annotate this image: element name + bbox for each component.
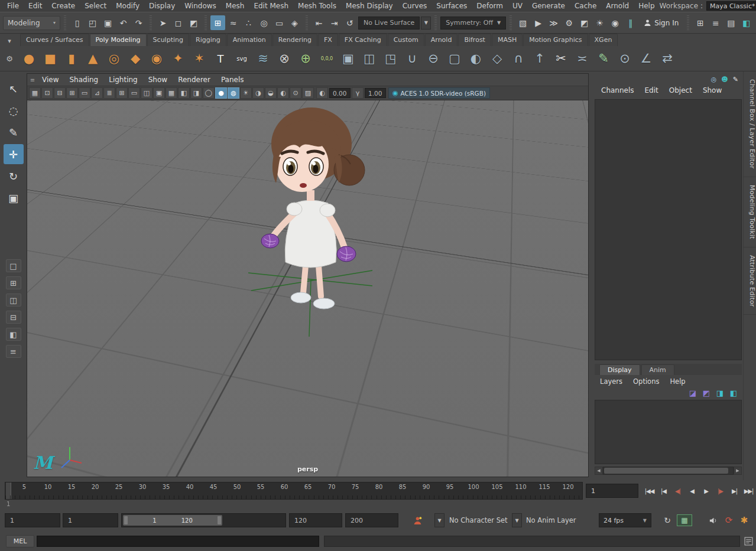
shelf-tab[interactable]: FX Caching: [339, 34, 387, 46]
new-layer-from-selected-icon[interactable]: ◨: [715, 388, 725, 397]
snap-to-curves-icon[interactable]: ≈: [226, 15, 241, 30]
rotate-tool[interactable]: ↻: [4, 166, 24, 186]
go-to-start-button[interactable]: |◀◀: [643, 483, 656, 498]
extract-icon[interactable]: ◳: [381, 48, 401, 69]
scale-tool[interactable]: ▣: [4, 188, 24, 208]
lights-icon[interactable]: ☀: [240, 87, 252, 99]
live-surface-dropdown[interactable]: ▼: [421, 17, 431, 30]
menu-item[interactable]: Mesh Tools: [293, 0, 341, 12]
bevel-icon[interactable]: ◇: [487, 48, 507, 69]
move-to-origin-icon[interactable]: 0,0,0: [317, 48, 337, 69]
menu-item[interactable]: Arnold: [601, 0, 634, 12]
new-scene-icon[interactable]: ▯: [70, 15, 85, 30]
menu-item[interactable]: Mesh: [221, 0, 249, 12]
extrude-icon[interactable]: ↑: [530, 48, 550, 69]
layer-editor-tab[interactable]: Display: [599, 364, 640, 375]
viewport-menu-item[interactable]: Lighting: [103, 76, 143, 84]
shelf-tab[interactable]: Rigging: [190, 34, 226, 46]
menu-item[interactable]: Help: [634, 0, 659, 12]
step-forward-frame-button[interactable]: ▶|: [728, 483, 741, 498]
pin-icon[interactable]: ◎: [711, 76, 717, 83]
open-scene-icon[interactable]: ◰: [85, 15, 100, 30]
character-icon[interactable]: ☻: [721, 76, 728, 83]
lasso-tool[interactable]: ◌: [4, 100, 24, 120]
viewport-menu-item[interactable]: Panels: [216, 76, 249, 84]
wireframe-icon[interactable]: ◯: [203, 87, 215, 99]
poly-sphere-icon[interactable]: ●: [19, 48, 39, 69]
layer-list-area[interactable]: [595, 400, 742, 464]
command-input[interactable]: [37, 536, 319, 547]
time-slider[interactable]: 5101520253035404550556065707580859095100…: [5, 482, 583, 500]
shelf-tab[interactable]: MASH: [492, 34, 523, 46]
boolean-union-icon[interactable]: ∪: [402, 48, 422, 69]
range-start-handle[interactable]: [124, 516, 128, 524]
multi-cut-icon[interactable]: ✂: [551, 48, 571, 69]
save-scene-icon[interactable]: ▣: [100, 15, 115, 30]
boolean-difference-icon[interactable]: ⊖: [423, 48, 443, 69]
step-forward-key-button[interactable]: |▶: [713, 483, 727, 498]
menu-item[interactable]: Surfaces: [431, 0, 472, 12]
channel-box-menu-item[interactable]: Channels: [596, 86, 640, 94]
redo-icon[interactable]: ↷: [131, 15, 146, 30]
select-hierarchy-icon[interactable]: ➤: [155, 15, 170, 30]
menu-item[interactable]: UV: [508, 0, 527, 12]
character-set-dropdown[interactable]: ▼: [434, 513, 444, 527]
pause-viewport-icon[interactable]: ‖: [623, 15, 638, 30]
sweep-mesh-icon[interactable]: ≋: [253, 48, 273, 69]
character-set-label[interactable]: No Character Set: [449, 513, 508, 527]
color-space-selector[interactable]: ◉ ACES 1.0 SDR-video (sRGB): [388, 87, 490, 99]
safe-title-icon[interactable]: ◨: [190, 87, 202, 99]
shelf-tab-menu-icon[interactable]: ▾: [5, 36, 14, 45]
separate-icon[interactable]: ◫: [359, 48, 379, 69]
layer-menu-item[interactable]: Layers: [595, 377, 628, 386]
output-connections-icon[interactable]: ⇥: [327, 15, 342, 30]
render-settings-icon[interactable]: ⚙: [562, 15, 576, 30]
playback-loop-icon[interactable]: ↻: [660, 514, 674, 527]
mirror-icon[interactable]: ◐: [466, 48, 486, 69]
select-object-icon[interactable]: ◻: [171, 15, 186, 30]
shelf-tab[interactable]: Poly Modeling: [90, 34, 147, 46]
motion-blur-icon[interactable]: ◐: [277, 87, 289, 99]
menu-item[interactable]: Deform: [472, 0, 508, 12]
menu-item[interactable]: Generate: [527, 0, 570, 12]
shaded-icon[interactable]: ●: [215, 87, 227, 99]
combine-icon[interactable]: ▣: [338, 48, 358, 69]
connect-icon[interactable]: ≍: [572, 48, 592, 69]
camera-attributes-icon[interactable]: ⊟: [54, 87, 66, 99]
smooth-icon[interactable]: ▢: [444, 48, 465, 69]
command-language-button[interactable]: MEL: [6, 535, 34, 547]
playback-speed-icon[interactable]: ⟳: [722, 514, 736, 527]
move-tool[interactable]: ✛: [4, 144, 24, 164]
new-empty-layer-icon[interactable]: ◪: [688, 388, 697, 397]
gamma-icon[interactable]: γ: [352, 87, 364, 99]
type-tool-icon[interactable]: T: [210, 48, 231, 69]
snap-to-grids-icon[interactable]: ⊞: [210, 15, 225, 30]
shelf-tab[interactable]: Motion Graphics: [523, 34, 588, 46]
pencil-icon[interactable]: ✎: [733, 76, 738, 83]
safe-action-icon[interactable]: ◧: [178, 87, 190, 99]
shadows-icon[interactable]: ◑: [252, 87, 264, 99]
anim-layer-label[interactable]: No Anim Layer: [526, 513, 576, 527]
menu-item[interactable]: Windows: [180, 0, 221, 12]
toolbar-grip[interactable]: [64, 15, 66, 31]
poly-torus-icon[interactable]: ◎: [104, 48, 124, 69]
lock-camera-icon[interactable]: ⊡: [41, 87, 53, 99]
pan-zoom-icon[interactable]: ⊿: [91, 87, 103, 99]
workspace-dropdown[interactable]: Maya Classic*▾: [706, 1, 756, 11]
poly-disc-icon[interactable]: ◉: [147, 48, 167, 69]
grid-display-icon[interactable]: ⊞: [116, 87, 128, 99]
ssao-icon[interactable]: ◒: [265, 87, 277, 99]
new-layer-icon[interactable]: ◩: [702, 388, 711, 397]
super-ellipse-icon[interactable]: ✶: [189, 48, 209, 69]
layer-options-icon[interactable]: ◧: [729, 388, 738, 397]
playback-start-field[interactable]: 1: [63, 513, 118, 527]
channel-box-menu-item[interactable]: Show: [697, 86, 727, 94]
animation-end-field[interactable]: 200: [345, 513, 398, 527]
shelf-tab[interactable]: Rendering: [272, 34, 317, 46]
exposure-field[interactable]: 0.00: [329, 88, 351, 98]
layout-presets-button[interactable]: ≡: [6, 345, 21, 358]
viewport-canvas[interactable]: M persp: [27, 100, 588, 477]
viewport-menu-item[interactable]: View: [37, 76, 64, 84]
live-surface-field[interactable]: No Live Surface: [358, 17, 420, 30]
construction-history-icon[interactable]: ↺: [342, 15, 357, 30]
